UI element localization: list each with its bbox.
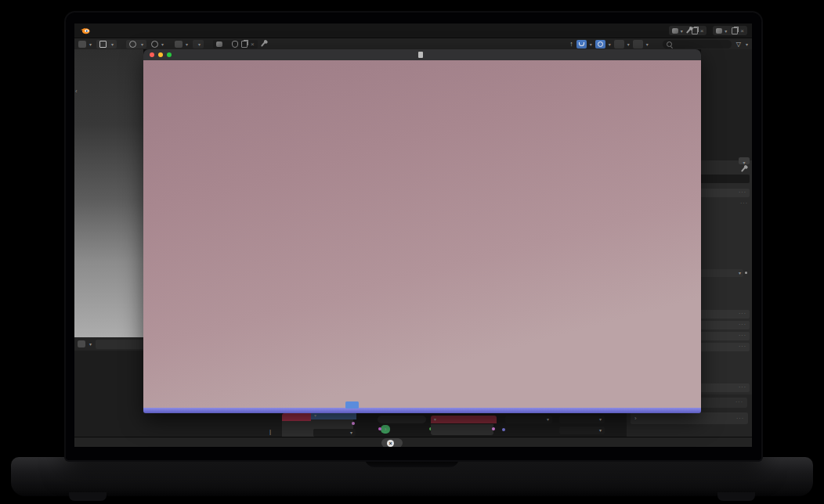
- rotation-mode-dropdown[interactable]: [699, 269, 743, 277]
- custom-properties-panel[interactable]: [631, 412, 748, 424]
- chevron-down-icon: [186, 41, 188, 48]
- pin-icon[interactable]: [261, 41, 266, 47]
- topbar-right: [669, 26, 747, 35]
- orientation-icon: [129, 41, 136, 48]
- named-attribute-node[interactable]: [282, 413, 313, 421]
- type-select[interactable]: [313, 429, 356, 437]
- node-editor-icon: [175, 41, 183, 48]
- collapsed-panel[interactable]: [699, 310, 750, 319]
- anim-player-button[interactable]: [381, 438, 403, 447]
- chevron-down-icon: [141, 41, 143, 48]
- minimize-window-icon[interactable]: [158, 52, 163, 57]
- collapsed-panel[interactable]: [699, 332, 750, 340]
- parent-icon[interactable]: [569, 40, 573, 48]
- laptop-screen: ‹ › |: [66, 13, 761, 460]
- collapsed-panel[interactable]: [699, 383, 750, 392]
- blender-app: ‹ › |: [74, 23, 752, 447]
- render-image: [143, 60, 701, 408]
- blender-logo-icon[interactable]: [80, 27, 90, 34]
- right-panel: ···: [701, 49, 752, 394]
- close-window-icon[interactable]: [150, 52, 154, 57]
- chevron-down-icon[interactable]: [590, 41, 592, 48]
- overlays-icon[interactable]: [614, 40, 624, 49]
- item-name-field[interactable]: [699, 175, 750, 183]
- collapsed-panel[interactable]: [699, 321, 750, 329]
- operation-select[interactable]: [505, 416, 552, 423]
- geometry-proximity-node[interactable]: [381, 425, 390, 434]
- object-mode-icon: [99, 41, 107, 48]
- named-attribute-node[interactable]: [431, 416, 497, 423]
- pivot-icon: [151, 41, 158, 48]
- fake-user-icon[interactable]: [232, 41, 238, 48]
- orientation-dropdown[interactable]: [126, 40, 146, 49]
- collapsed-panel[interactable]: [699, 189, 750, 197]
- outliner-expand-button[interactable]: [739, 157, 750, 164]
- chevron-down-icon: [89, 340, 92, 347]
- panel-toggle-icon[interactable]: ‹: [75, 88, 78, 95]
- chevron-down-icon[interactable]: [746, 41, 748, 48]
- node-group-selector[interactable]: [213, 40, 258, 49]
- current-frame-indicator[interactable]: [345, 401, 359, 409]
- search-input[interactable]: [674, 40, 728, 49]
- view-layer-selector[interactable]: [713, 26, 747, 35]
- pin-icon[interactable]: [686, 28, 691, 34]
- laptop-foot-right: [717, 492, 755, 501]
- pin-icon[interactable]: [741, 167, 746, 172]
- animate-dot[interactable]: [745, 272, 747, 274]
- node-editor-type[interactable]: [175, 41, 188, 48]
- chevron-down-icon[interactable]: [646, 41, 649, 48]
- view-layer-icon: [716, 28, 722, 34]
- document-icon: [418, 52, 423, 58]
- laptop-base: [11, 457, 813, 496]
- blender-topbar: [74, 23, 752, 38]
- shading-icon[interactable]: [633, 40, 643, 49]
- new-view-layer-icon[interactable]: [732, 27, 738, 34]
- playback-progress-bar[interactable]: [143, 408, 701, 413]
- chevron-down-icon[interactable]: [609, 41, 611, 48]
- socket-out[interactable]: [492, 427, 495, 430]
- divider: |: [269, 428, 271, 435]
- chevron-down-icon: [161, 41, 164, 48]
- proportional-edit-icon[interactable]: [595, 40, 605, 49]
- scene-root: ‹ › |: [0, 0, 824, 504]
- mode-dropdown[interactable]: [96, 40, 117, 49]
- editor-headers: [74, 38, 752, 49]
- chevron-down-icon: [198, 41, 201, 48]
- workspace: ‹ › |: [74, 49, 752, 437]
- laptop-foot-left: [69, 492, 107, 501]
- render-window-titlebar[interactable]: [143, 49, 701, 60]
- outliner: [701, 49, 752, 160]
- node-tree-type-dropdown[interactable]: [193, 40, 204, 49]
- filter-icon[interactable]: [736, 41, 741, 48]
- chevron-down-icon: [681, 27, 683, 34]
- chevron-down-icon: [725, 27, 727, 34]
- snap-magnet-icon[interactable]: [576, 40, 587, 49]
- node-body[interactable]: [282, 421, 313, 437]
- socket-out[interactable]: [352, 422, 355, 425]
- operation-select[interactable]: [559, 427, 605, 434]
- type-select[interactable]: [559, 416, 605, 423]
- spreadsheet-editor-icon[interactable]: [78, 340, 85, 347]
- chevron-down-icon[interactable]: [627, 41, 630, 48]
- render-window-title: [418, 52, 426, 58]
- close-icon[interactable]: [251, 41, 255, 48]
- node-body[interactable]: [431, 424, 493, 435]
- epsilon-field[interactable]: [378, 416, 426, 423]
- new-node-tree-icon[interactable]: [241, 41, 248, 48]
- spreadsheet-stats: |: [263, 428, 277, 435]
- render-window[interactable]: [143, 49, 701, 413]
- outliner-search[interactable]: [663, 40, 732, 49]
- scene-selector[interactable]: [669, 26, 707, 35]
- socket-in[interactable]: [378, 427, 381, 430]
- stop-icon[interactable]: [387, 440, 394, 447]
- pivot-dropdown[interactable]: [151, 41, 164, 48]
- zoom-window-icon[interactable]: [167, 52, 172, 57]
- clay-3d-viewport[interactable]: [74, 49, 143, 337]
- close-icon[interactable]: [740, 27, 744, 34]
- close-icon[interactable]: [700, 27, 704, 34]
- panel-options-icon[interactable]: ···: [740, 200, 748, 206]
- collapsed-panel[interactable]: [699, 343, 750, 351]
- socket-in[interactable]: [502, 428, 505, 431]
- node-tree-icon: [216, 41, 222, 47]
- viewport-editor-type[interactable]: [78, 41, 92, 48]
